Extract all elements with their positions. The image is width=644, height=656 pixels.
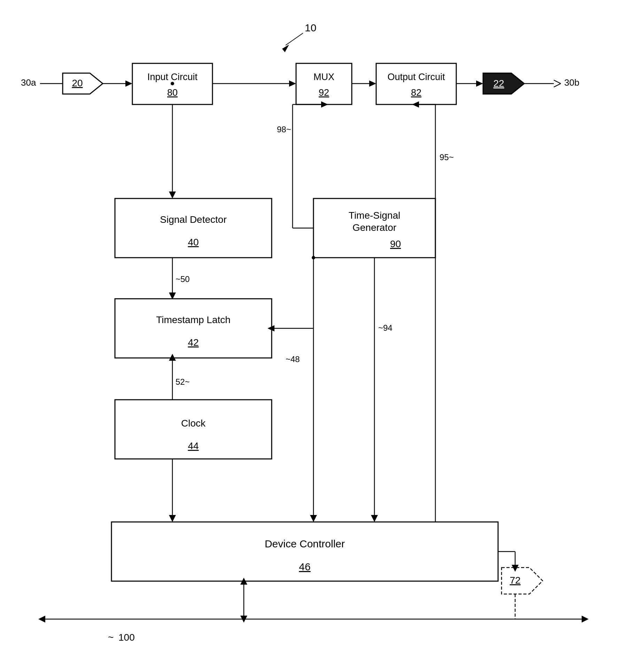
input-circuit-ref: 80 — [165, 83, 176, 93]
device-controller-label: Device Controller — [266, 533, 341, 544]
output-circuit-ref: 82 — [409, 83, 420, 93]
clock-label: Clock — [183, 413, 208, 423]
bus-arrow-right — [589, 616, 596, 623]
output-circuit-label: Output Circuit — [385, 71, 444, 81]
time-signal-gen-label2: Generator — [354, 218, 398, 228]
mux-ref: 92 — [311, 83, 322, 93]
clock-ref: 44 — [189, 437, 200, 448]
signal-detector-ref: 40 — [189, 233, 200, 244]
label-48: 48 — [286, 344, 295, 353]
label-30b: 30b — [564, 71, 579, 81]
external-device-ref: 72 — [508, 572, 519, 583]
signal-detector-label: Signal Detector — [162, 209, 228, 220]
label-98: 98 — [293, 121, 302, 131]
label-30a: 30a — [22, 71, 37, 81]
diagram-container: 10 30a 20 Input Circuit 80 MUX 92 — [0, 0, 644, 656]
timestamp-latch-label: Timestamp Latch — [158, 310, 232, 321]
device-controller-ref: 46 — [297, 557, 308, 568]
input-buffer-ref: 20 — [69, 77, 80, 87]
time-signal-gen-label1: Time-Signal — [350, 205, 402, 216]
label-100-tilde: ~ — [118, 632, 124, 643]
input-circuit-label: Input Circuit — [145, 71, 197, 81]
label-100: 100 — [139, 632, 154, 643]
output-circuit-block — [376, 61, 453, 103]
label-95: 95 — [442, 163, 452, 172]
arrow-oc-buf — [479, 78, 486, 85]
label-94: 94 — [401, 323, 410, 333]
mux-block — [289, 61, 345, 103]
junction-900-725 — [312, 251, 315, 254]
input-circuit-block — [132, 61, 209, 103]
time-signal-gen-ref: 90 — [371, 233, 381, 244]
arrow-ic-mux — [282, 78, 289, 85]
arrow-out — [554, 78, 561, 85]
label-50: 50 — [174, 271, 184, 280]
arrow-mux-oc — [369, 78, 376, 85]
svg-line-0 — [286, 34, 303, 45]
bus-arrow-left — [31, 616, 38, 623]
label-52: 52 — [174, 374, 184, 383]
timestamp-latch-ref: 42 — [189, 334, 200, 345]
arrow-tsg-mux — [313, 118, 320, 125]
mux-label: MUX — [306, 71, 328, 81]
output-buffer-ref: 22 — [498, 77, 509, 87]
arrow-buf-ic — [125, 78, 132, 85]
diagram-title: 10 — [303, 25, 313, 35]
arrow-48-dc — [310, 508, 317, 515]
title-arrowhead — [281, 44, 288, 50]
